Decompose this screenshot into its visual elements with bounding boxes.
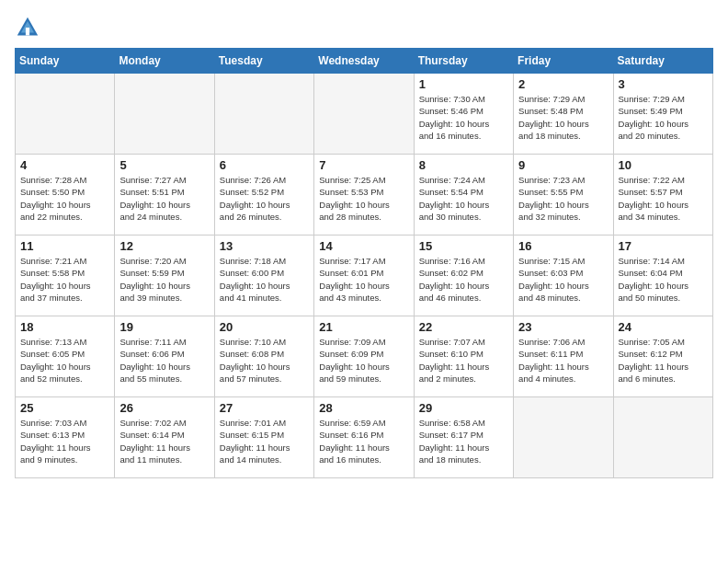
svg-rect-2: [26, 28, 29, 35]
calendar-cell: 9Sunrise: 7:23 AM Sunset: 5:55 PM Daylig…: [514, 155, 613, 236]
logo-icon: [15, 15, 40, 40]
day-info: Sunrise: 7:25 AM Sunset: 5:53 PM Dayligh…: [319, 174, 408, 223]
calendar-cell: 11Sunrise: 7:21 AM Sunset: 5:58 PM Dayli…: [16, 236, 115, 316]
day-number: 17: [619, 239, 708, 253]
calendar-cell: [514, 397, 613, 478]
calendar-cell: 12Sunrise: 7:20 AM Sunset: 5:59 PM Dayli…: [115, 236, 214, 316]
calendar-cell: 18Sunrise: 7:13 AM Sunset: 6:05 PM Dayli…: [16, 316, 115, 397]
day-info: Sunrise: 7:29 AM Sunset: 5:48 PM Dayligh…: [518, 93, 608, 142]
weekday-header-thursday: Thursday: [414, 49, 513, 74]
day-info: Sunrise: 7:18 AM Sunset: 6:00 PM Dayligh…: [220, 255, 309, 304]
day-info: Sunrise: 7:16 AM Sunset: 6:02 PM Dayligh…: [419, 255, 508, 304]
weekday-header-monday: Monday: [115, 49, 214, 74]
day-number: 8: [419, 158, 508, 172]
calendar-cell: 17Sunrise: 7:14 AM Sunset: 6:04 PM Dayli…: [613, 236, 712, 316]
day-number: 14: [319, 239, 408, 253]
calendar-cell: 8Sunrise: 7:24 AM Sunset: 5:54 PM Daylig…: [414, 155, 513, 236]
calendar-cell: 10Sunrise: 7:22 AM Sunset: 5:57 PM Dayli…: [613, 155, 712, 236]
week-row-2: 4Sunrise: 7:28 AM Sunset: 5:50 PM Daylig…: [16, 155, 713, 236]
calendar-cell: 19Sunrise: 7:11 AM Sunset: 6:06 PM Dayli…: [115, 316, 214, 397]
weekday-header-saturday: Saturday: [613, 49, 712, 74]
calendar-cell: 22Sunrise: 7:07 AM Sunset: 6:10 PM Dayli…: [414, 316, 513, 397]
calendar-cell: 4Sunrise: 7:28 AM Sunset: 5:50 PM Daylig…: [16, 155, 115, 236]
day-number: 3: [619, 77, 708, 91]
day-number: 16: [518, 239, 608, 253]
day-info: Sunrise: 7:11 AM Sunset: 6:06 PM Dayligh…: [119, 336, 209, 385]
day-number: 24: [619, 320, 708, 334]
day-number: 4: [20, 158, 109, 172]
calendar-cell: [613, 397, 712, 478]
day-info: Sunrise: 7:27 AM Sunset: 5:51 PM Dayligh…: [119, 174, 209, 223]
day-info: Sunrise: 7:23 AM Sunset: 5:55 PM Dayligh…: [518, 174, 608, 223]
calendar-cell: 14Sunrise: 7:17 AM Sunset: 6:01 PM Dayli…: [314, 236, 414, 316]
calendar-cell: 24Sunrise: 7:05 AM Sunset: 6:12 PM Dayli…: [613, 316, 712, 397]
day-number: 19: [119, 320, 209, 334]
calendar-cell: [16, 74, 115, 155]
day-info: Sunrise: 7:24 AM Sunset: 5:54 PM Dayligh…: [419, 174, 508, 223]
page-header: [15, 15, 713, 40]
day-info: Sunrise: 7:17 AM Sunset: 6:01 PM Dayligh…: [319, 255, 408, 304]
day-info: Sunrise: 7:02 AM Sunset: 6:14 PM Dayligh…: [119, 417, 209, 465]
weekday-header-tuesday: Tuesday: [214, 49, 313, 74]
day-info: Sunrise: 7:10 AM Sunset: 6:08 PM Dayligh…: [220, 336, 309, 385]
calendar-cell: 16Sunrise: 7:15 AM Sunset: 6:03 PM Dayli…: [514, 236, 613, 316]
day-info: Sunrise: 7:14 AM Sunset: 6:04 PM Dayligh…: [619, 255, 708, 304]
calendar-cell: 25Sunrise: 7:03 AM Sunset: 6:13 PM Dayli…: [16, 397, 115, 478]
week-row-3: 11Sunrise: 7:21 AM Sunset: 5:58 PM Dayli…: [16, 236, 713, 316]
day-number: 25: [20, 401, 109, 415]
day-number: 22: [419, 320, 508, 334]
day-number: 20: [220, 320, 309, 334]
day-number: 2: [518, 77, 608, 91]
day-info: Sunrise: 7:05 AM Sunset: 6:12 PM Dayligh…: [619, 336, 708, 385]
week-row-1: 1Sunrise: 7:30 AM Sunset: 5:46 PM Daylig…: [16, 74, 713, 155]
day-number: 15: [419, 239, 508, 253]
calendar-cell: 2Sunrise: 7:29 AM Sunset: 5:48 PM Daylig…: [514, 74, 613, 155]
day-number: 9: [518, 158, 608, 172]
day-info: Sunrise: 7:06 AM Sunset: 6:11 PM Dayligh…: [518, 336, 608, 385]
day-number: 7: [319, 158, 408, 172]
day-number: 13: [220, 239, 309, 253]
day-info: Sunrise: 7:20 AM Sunset: 5:59 PM Dayligh…: [119, 255, 209, 304]
day-number: 10: [619, 158, 708, 172]
day-info: Sunrise: 7:22 AM Sunset: 5:57 PM Dayligh…: [619, 174, 708, 223]
day-info: Sunrise: 6:59 AM Sunset: 6:16 PM Dayligh…: [319, 417, 408, 465]
day-number: 26: [119, 401, 209, 415]
calendar-cell: 27Sunrise: 7:01 AM Sunset: 6:15 PM Dayli…: [214, 397, 313, 478]
day-number: 1: [419, 77, 508, 91]
calendar-cell: 13Sunrise: 7:18 AM Sunset: 6:00 PM Dayli…: [214, 236, 313, 316]
week-row-5: 25Sunrise: 7:03 AM Sunset: 6:13 PM Dayli…: [16, 397, 713, 478]
calendar-cell: 3Sunrise: 7:29 AM Sunset: 5:49 PM Daylig…: [613, 74, 712, 155]
calendar-cell: [115, 74, 214, 155]
calendar-cell: [214, 74, 313, 155]
day-number: 28: [319, 401, 408, 415]
day-info: Sunrise: 7:07 AM Sunset: 6:10 PM Dayligh…: [419, 336, 508, 385]
calendar-cell: 28Sunrise: 6:59 AM Sunset: 6:16 PM Dayli…: [314, 397, 414, 478]
weekday-header-friday: Friday: [514, 49, 613, 74]
calendar-cell: 7Sunrise: 7:25 AM Sunset: 5:53 PM Daylig…: [314, 155, 414, 236]
week-row-4: 18Sunrise: 7:13 AM Sunset: 6:05 PM Dayli…: [16, 316, 713, 397]
day-number: 27: [220, 401, 309, 415]
day-info: Sunrise: 7:09 AM Sunset: 6:09 PM Dayligh…: [319, 336, 408, 385]
calendar-cell: 5Sunrise: 7:27 AM Sunset: 5:51 PM Daylig…: [115, 155, 214, 236]
day-info: Sunrise: 7:26 AM Sunset: 5:52 PM Dayligh…: [220, 174, 309, 223]
weekday-header-row: SundayMondayTuesdayWednesdayThursdayFrid…: [16, 49, 713, 74]
calendar-cell: 20Sunrise: 7:10 AM Sunset: 6:08 PM Dayli…: [214, 316, 313, 397]
weekday-header-wednesday: Wednesday: [314, 49, 414, 74]
day-number: 11: [20, 239, 109, 253]
day-number: 18: [20, 320, 109, 334]
day-info: Sunrise: 7:13 AM Sunset: 6:05 PM Dayligh…: [20, 336, 109, 385]
day-info: Sunrise: 7:28 AM Sunset: 5:50 PM Dayligh…: [20, 174, 109, 223]
day-number: 21: [319, 320, 408, 334]
calendar-cell: [314, 74, 414, 155]
day-number: 6: [220, 158, 309, 172]
calendar-cell: 29Sunrise: 6:58 AM Sunset: 6:17 PM Dayli…: [414, 397, 513, 478]
day-info: Sunrise: 6:58 AM Sunset: 6:17 PM Dayligh…: [419, 417, 508, 465]
calendar-cell: 15Sunrise: 7:16 AM Sunset: 6:02 PM Dayli…: [414, 236, 513, 316]
day-info: Sunrise: 7:21 AM Sunset: 5:58 PM Dayligh…: [20, 255, 109, 304]
calendar-cell: 1Sunrise: 7:30 AM Sunset: 5:46 PM Daylig…: [414, 74, 513, 155]
calendar-cell: 26Sunrise: 7:02 AM Sunset: 6:14 PM Dayli…: [115, 397, 214, 478]
day-number: 12: [119, 239, 209, 253]
day-info: Sunrise: 7:03 AM Sunset: 6:13 PM Dayligh…: [20, 417, 109, 465]
day-number: 29: [419, 401, 508, 415]
day-info: Sunrise: 7:01 AM Sunset: 6:15 PM Dayligh…: [220, 417, 309, 465]
